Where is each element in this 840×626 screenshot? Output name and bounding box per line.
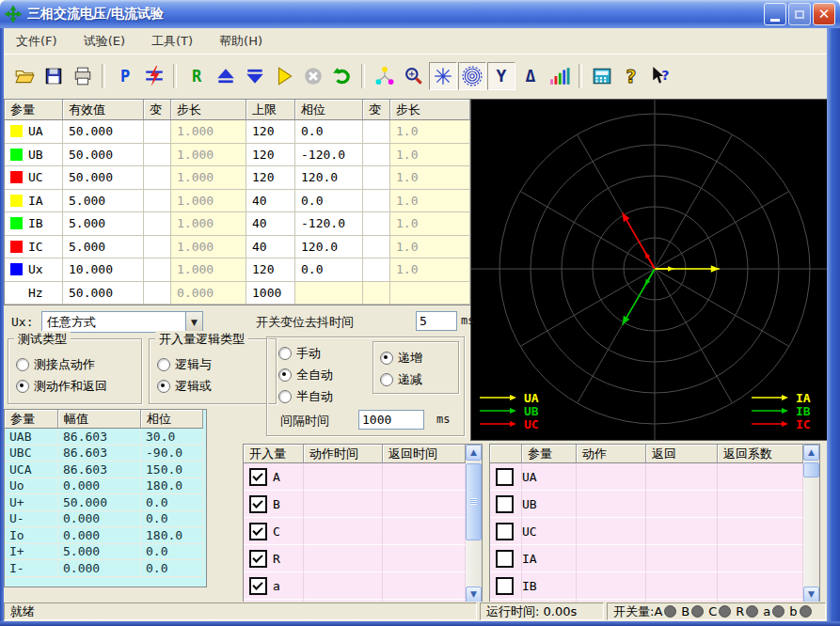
phase-cell[interactable]: 120.0 xyxy=(295,236,363,259)
help-button[interactable]: ? xyxy=(617,62,645,90)
menu-help[interactable]: 帮助(H) xyxy=(211,30,271,53)
phase-cell[interactable] xyxy=(295,282,363,305)
radio-increase[interactable]: 递增 xyxy=(380,350,422,367)
step-cell[interactable]: 1.000 xyxy=(171,166,246,190)
vary-cell[interactable] xyxy=(144,282,171,305)
radio-logic-or[interactable]: 逻辑或 xyxy=(157,378,212,395)
reset-r-button[interactable]: R xyxy=(182,62,211,90)
rms-cell[interactable]: 5.000 xyxy=(63,236,144,259)
print-button[interactable] xyxy=(69,62,97,90)
calculator-button[interactable] xyxy=(588,62,616,90)
impulse-button[interactable] xyxy=(140,62,168,90)
vary-cell[interactable] xyxy=(144,212,171,236)
rms-cell[interactable]: 50.000 xyxy=(63,144,144,167)
limit-cell[interactable]: 1000 xyxy=(246,282,295,305)
open-button[interactable] xyxy=(10,62,39,90)
phase-step-cell[interactable]: 1.0 xyxy=(390,236,470,259)
vector-dots-button[interactable] xyxy=(371,62,399,90)
vary-cell[interactable] xyxy=(363,144,390,167)
vary-cell[interactable] xyxy=(363,282,390,305)
phase-step-cell[interactable] xyxy=(390,282,470,305)
checkbox-unchecked[interactable] xyxy=(496,550,514,568)
step-cell[interactable]: 1.000 xyxy=(171,258,246,282)
context-help-button[interactable]: ? xyxy=(646,62,674,90)
save-button[interactable] xyxy=(40,62,68,90)
vary-cell[interactable] xyxy=(144,258,171,282)
phase-step-cell[interactable]: 1.0 xyxy=(390,144,470,167)
radio-contact-action[interactable]: 测接点动作 xyxy=(16,356,95,373)
vary-cell[interactable] xyxy=(363,190,390,213)
start-button[interactable] xyxy=(270,62,298,90)
parameter-p-button[interactable]: P xyxy=(111,62,139,90)
vary-cell[interactable] xyxy=(363,120,390,144)
phase-step-cell[interactable]: 1.0 xyxy=(390,190,470,213)
phase-cell[interactable]: -120.0 xyxy=(295,144,363,167)
phase-cell[interactable]: -120.0 xyxy=(295,212,363,236)
rms-cell[interactable]: 5.000 xyxy=(63,190,144,213)
undo-button[interactable] xyxy=(328,62,357,90)
checkbox-checked[interactable] xyxy=(249,550,267,568)
vary-cell[interactable] xyxy=(144,236,171,259)
scrollbar-thumb[interactable] xyxy=(803,462,819,477)
radio-manual[interactable]: 手动 xyxy=(278,345,321,362)
phase-step-cell[interactable]: 1.0 xyxy=(390,258,470,282)
vary-cell[interactable] xyxy=(363,258,390,282)
step-cell[interactable]: 1.000 xyxy=(171,236,246,259)
radio-action-return[interactable]: 测动作和返回 xyxy=(16,378,107,395)
checkbox-unchecked[interactable] xyxy=(496,495,514,513)
checkbox-checked[interactable] xyxy=(249,577,267,595)
minimize-button[interactable] xyxy=(764,3,786,25)
vary-cell[interactable] xyxy=(144,120,171,144)
wye-button[interactable]: Y xyxy=(487,62,515,90)
step-cell[interactable]: 1.000 xyxy=(171,190,246,213)
step-cell[interactable]: 1.000 xyxy=(171,120,246,144)
phase-step-cell[interactable]: 1.0 xyxy=(390,120,470,144)
rms-cell[interactable]: 50.000 xyxy=(63,120,144,144)
vary-cell[interactable] xyxy=(363,212,390,236)
rms-cell[interactable]: 50.000 xyxy=(63,166,144,190)
checkbox-checked[interactable] xyxy=(249,468,267,486)
polar-circles-button[interactable] xyxy=(458,62,486,90)
chevron-down-icon[interactable]: ▼ xyxy=(185,312,202,332)
stop-button[interactable] xyxy=(299,62,327,90)
debounce-input[interactable] xyxy=(416,311,457,331)
limit-cell[interactable]: 40 xyxy=(246,190,295,213)
limit-cell[interactable]: 40 xyxy=(246,236,295,259)
menu-tools[interactable]: 工具(T) xyxy=(143,30,201,53)
checkbox-unchecked[interactable] xyxy=(496,577,514,595)
phase-cell[interactable]: 120.0 xyxy=(295,166,363,190)
limit-cell[interactable]: 120 xyxy=(246,258,295,282)
scroll-down-icon[interactable]: ▼ xyxy=(466,587,482,603)
step-cell[interactable]: 1.000 xyxy=(171,212,246,236)
vary-cell[interactable] xyxy=(363,236,390,259)
step-cell[interactable]: 0.000 xyxy=(171,282,246,305)
vary-cell[interactable] xyxy=(144,166,171,190)
zoom-button[interactable] xyxy=(400,62,428,90)
radio-decrease[interactable]: 递减 xyxy=(380,371,422,388)
rms-cell[interactable]: 10.000 xyxy=(63,258,144,282)
menu-test[interactable]: 试验(E) xyxy=(75,30,134,53)
scroll-up-icon[interactable]: ▲ xyxy=(803,445,819,461)
vary-cell[interactable] xyxy=(144,190,171,213)
lower-button[interactable] xyxy=(241,62,269,90)
scrollbar-thumb[interactable] xyxy=(466,463,482,540)
raise-button[interactable] xyxy=(212,62,240,90)
scrollbar[interactable]: ▲ ▼ xyxy=(803,445,819,603)
rms-cell[interactable]: 50.000 xyxy=(63,282,144,305)
rays-button[interactable] xyxy=(429,62,457,90)
checkbox-checked[interactable] xyxy=(249,495,267,513)
vary-cell[interactable] xyxy=(144,144,171,167)
checkbox-unchecked[interactable] xyxy=(496,523,514,540)
phase-step-cell[interactable]: 1.0 xyxy=(390,212,470,236)
phase-step-cell[interactable]: 1.0 xyxy=(390,166,470,190)
limit-cell[interactable]: 120 xyxy=(246,144,295,167)
limit-cell[interactable]: 40 xyxy=(246,212,295,236)
radio-full-auto[interactable]: 全自动 xyxy=(278,367,333,383)
vary-cell[interactable] xyxy=(363,166,390,190)
phase-cell[interactable]: 0.0 xyxy=(295,190,363,213)
ux-mode-dropdown[interactable]: 任意方式 ▼ xyxy=(41,311,203,333)
close-button[interactable]: ✕ xyxy=(813,3,835,25)
checkbox-unchecked[interactable] xyxy=(496,468,514,486)
scrollbar[interactable]: ▲ ▼ xyxy=(466,445,482,603)
maximize-button[interactable] xyxy=(788,3,811,25)
